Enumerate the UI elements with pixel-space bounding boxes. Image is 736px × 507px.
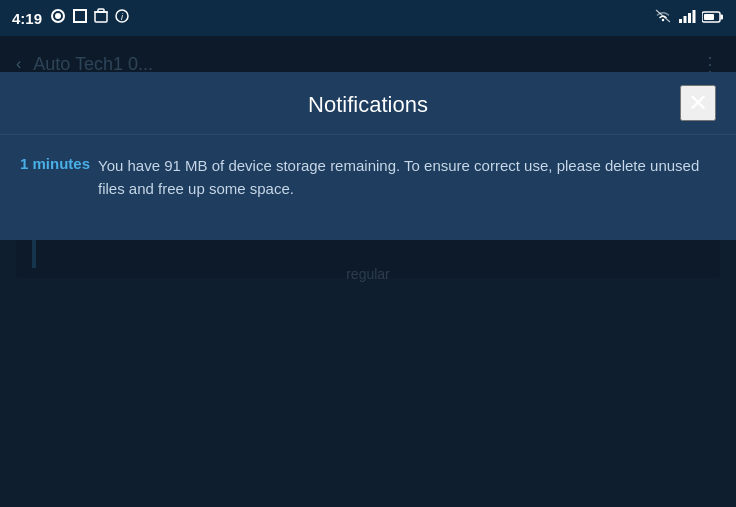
battery-icon [702, 9, 724, 27]
svg-rect-14 [721, 15, 724, 20]
status-bar-right [654, 9, 724, 27]
notification-time: 1 minutes [20, 155, 90, 172]
modal-header: Notifications ✕ [0, 72, 736, 135]
notification-modal: Notifications ✕ 1 minutes You have 91 MB… [0, 72, 736, 240]
info-icon: i [114, 8, 130, 28]
svg-rect-10 [684, 16, 687, 23]
app-background: ‹ Auto Tech1 0... ⋮ ∨ En attente ∧ regul… [0, 36, 736, 507]
svg-text:i: i [121, 12, 124, 22]
svg-rect-12 [693, 10, 696, 23]
square-icon [72, 8, 88, 28]
record-icon [50, 8, 66, 28]
notification-message: You have 91 MB of device storage remaini… [98, 155, 716, 200]
svg-rect-15 [704, 14, 714, 20]
signal-icon [678, 9, 696, 27]
svg-point-1 [55, 13, 61, 19]
svg-rect-5 [98, 9, 104, 12]
svg-rect-2 [74, 10, 86, 22]
svg-rect-9 [679, 19, 682, 23]
trash-icon [94, 8, 108, 28]
notification-item: 1 minutes You have 91 MB of device stora… [0, 135, 736, 220]
svg-rect-11 [688, 13, 691, 23]
modal-title: Notifications [308, 92, 428, 118]
wifi-icon [654, 9, 672, 27]
svg-rect-3 [95, 12, 107, 22]
status-bar: 4:19 [0, 0, 736, 36]
status-bar-left: 4:19 [12, 8, 130, 28]
close-button[interactable]: ✕ [680, 85, 716, 121]
status-icons: i [50, 8, 130, 28]
status-time: 4:19 [12, 10, 42, 27]
